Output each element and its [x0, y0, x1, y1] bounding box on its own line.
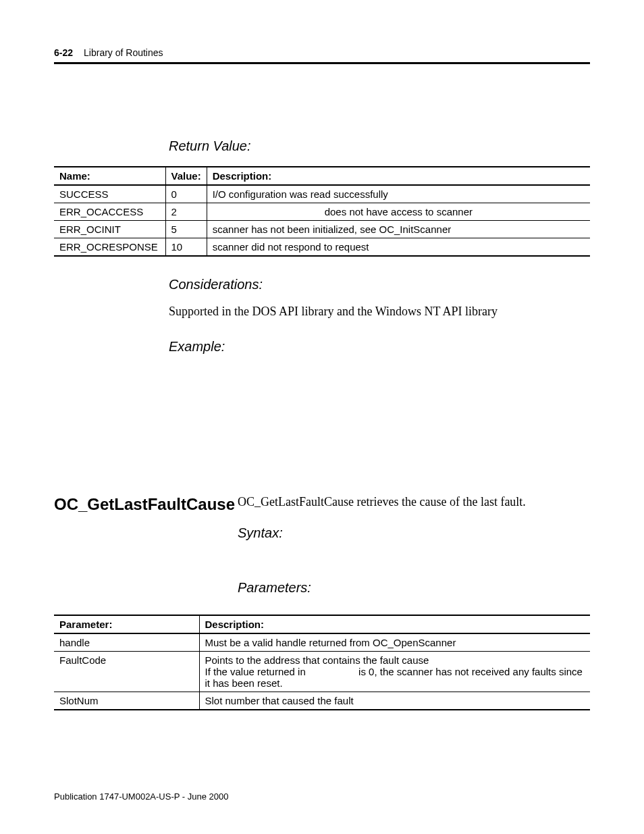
page-number: 6-22 [54, 47, 73, 58]
cell-description: Slot number that caused the fault [199, 692, 590, 710]
parameters-table: Parameter: Description: handle Must be a… [54, 615, 590, 710]
considerations-text: Supported in the DOS API library and the… [169, 305, 590, 319]
cell-description: scanner did not respond to request [207, 238, 590, 257]
parameters-table-wrap: Parameter: Description: handle Must be a… [54, 615, 590, 710]
cell-name: ERR_OCINIT [54, 221, 165, 238]
cell-parameter: SlotNum [54, 692, 199, 710]
table-row: FaultCode Points to the address that con… [54, 652, 590, 692]
parameters-label: Parameters: [238, 580, 590, 596]
considerations-block: Considerations: Supported in the DOS API… [169, 277, 590, 355]
table-header-row: Name: Value: Description: [54, 167, 590, 185]
return-value-block: Return Value: [169, 138, 590, 154]
col-value: Value: [165, 167, 207, 185]
cell-value: 0 [165, 185, 207, 203]
page: 6-22 Library of Routines Return Value: N… [0, 0, 644, 834]
return-value-label: Return Value: [169, 138, 590, 154]
cell-parameter: FaultCode [54, 652, 199, 692]
syntax-label: Syntax: [238, 525, 590, 541]
table-header-row: Parameter: Description: [54, 615, 590, 633]
section-body: OC_GetLastFaultCause retrieves the cause… [238, 495, 590, 608]
footer-text: Publication 1747-UM002A-US-P - June 2000 [54, 791, 228, 802]
section-heading: OC_GetLastFaultCause [54, 495, 238, 514]
cell-value: 5 [165, 221, 207, 238]
section-intro: OC_GetLastFaultCause retrieves the cause… [238, 495, 590, 509]
table-row: ERR_OCACCESS 2 does not have access to s… [54, 203, 590, 221]
cell-name: SUCCESS [54, 185, 165, 203]
cell-description: Must be a valid handle returned from OC_… [199, 633, 590, 652]
section-oc-getlastfaultcause: OC_GetLastFaultCause OC_GetLastFaultCaus… [54, 495, 590, 608]
col-name: Name: [54, 167, 165, 185]
return-value-table: Name: Value: Description: SUCCESS 0 I/O … [54, 166, 590, 257]
cell-name: ERR_OCRESPONSE [54, 238, 165, 257]
page-header: 6-22 Library of Routines [54, 47, 590, 58]
running-title: Library of Routines [84, 47, 163, 58]
cell-description: Points to the address that contains the … [199, 652, 590, 692]
table-row: SUCCESS 0 I/O configuration was read suc… [54, 185, 590, 203]
considerations-label: Considerations: [169, 277, 590, 292]
spacer [238, 553, 590, 580]
table-row: ERR_OCINIT 5 scanner has not been initia… [54, 221, 590, 238]
example-label: Example: [169, 339, 590, 355]
table-row: SlotNum Slot number that caused the faul… [54, 692, 590, 710]
header-rule [54, 62, 590, 64]
cell-description: scanner has not been initialized, see OC… [207, 221, 590, 238]
col-parameter: Parameter: [54, 615, 199, 633]
table-row: ERR_OCRESPONSE 10 scanner did not respon… [54, 238, 590, 257]
cell-parameter: handle [54, 633, 199, 652]
col-description: Description: [199, 615, 590, 633]
col-description: Description: [207, 167, 590, 185]
table-row: handle Must be a valid handle returned f… [54, 633, 590, 652]
cell-description: does not have access to scanner [207, 203, 590, 221]
cell-value: 2 [165, 203, 207, 221]
cell-value: 10 [165, 238, 207, 257]
cell-description: I/O configuration was read successfully [207, 185, 590, 203]
spacer [54, 367, 590, 481]
cell-name: ERR_OCACCESS [54, 203, 165, 221]
